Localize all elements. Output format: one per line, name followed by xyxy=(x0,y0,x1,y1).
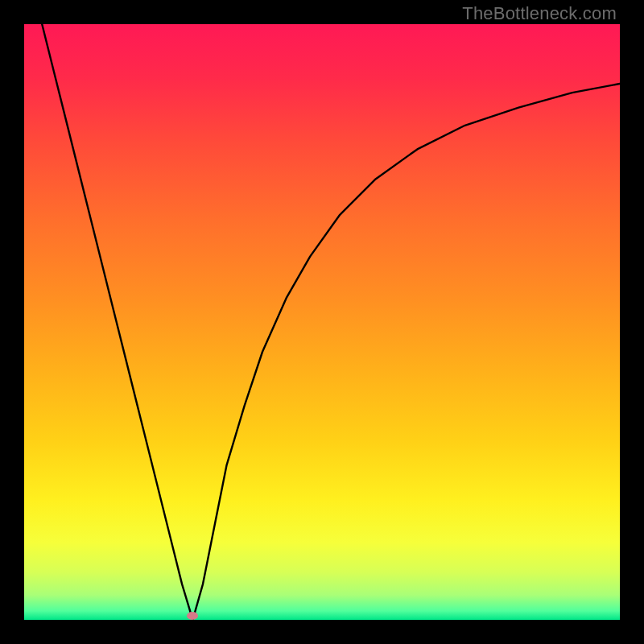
watermark-text: TheBottleneck.com xyxy=(462,3,617,24)
plot-area xyxy=(24,24,620,620)
optimum-marker xyxy=(187,612,198,620)
chart-stage: TheBottleneck.com xyxy=(0,0,644,644)
bottleneck-curve xyxy=(24,24,620,620)
